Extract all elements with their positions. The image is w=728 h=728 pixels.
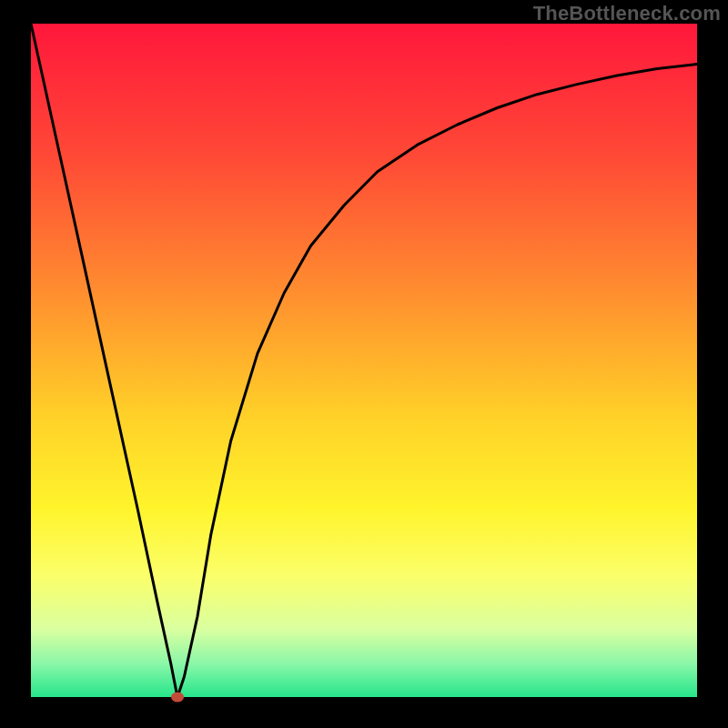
chart-frame: { "watermark": "TheBottleneck.com", "col…	[0, 0, 728, 728]
minimum-marker-icon	[171, 693, 184, 703]
plot-background	[31, 24, 697, 697]
bottleneck-chart	[0, 0, 728, 728]
